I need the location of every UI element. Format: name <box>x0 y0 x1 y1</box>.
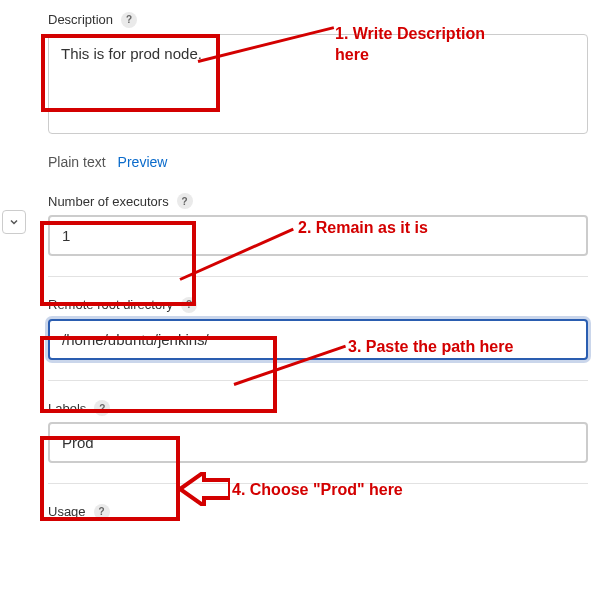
executors-value: 1 <box>62 227 70 244</box>
tab-plain-text[interactable]: Plain text <box>48 154 106 170</box>
description-value: This is for prod node. <box>61 45 575 62</box>
labels-input[interactable]: Prod <box>48 422 588 463</box>
remote-root-field: Remote root directory ? /home/ubuntu/jen… <box>48 295 602 360</box>
description-field: Description ? This is for prod node. <box>48 10 602 134</box>
divider <box>48 276 588 277</box>
usage-label-row: Usage ? <box>48 504 110 520</box>
divider <box>48 380 588 381</box>
executors-label-row: Number of executors ? <box>48 193 193 209</box>
executors-input[interactable]: 1 <box>48 215 588 256</box>
form-content: Description ? This is for prod node. Pla… <box>0 0 602 526</box>
description-label-row: Description ? <box>48 12 137 28</box>
help-icon[interactable]: ? <box>181 297 197 313</box>
tab-preview[interactable]: Preview <box>118 154 168 170</box>
remote-root-value: /home/ubuntu/jenkins/ <box>62 331 209 348</box>
help-icon[interactable]: ? <box>121 12 137 28</box>
description-label: Description <box>48 12 113 27</box>
remote-root-input[interactable]: /home/ubuntu/jenkins/ <box>48 319 588 360</box>
help-icon[interactable]: ? <box>94 504 110 520</box>
labels-label-row: Labels ? <box>48 400 110 416</box>
usage-field: Usage ? <box>48 502 602 526</box>
remote-root-label-row: Remote root directory ? <box>48 297 197 313</box>
divider <box>48 483 588 484</box>
description-textarea[interactable]: This is for prod node. <box>48 34 588 134</box>
help-icon[interactable]: ? <box>94 400 110 416</box>
labels-value: Prod <box>62 434 94 451</box>
executors-label: Number of executors <box>48 194 169 209</box>
help-icon[interactable]: ? <box>177 193 193 209</box>
usage-label: Usage <box>48 504 86 519</box>
labels-field: Labels ? Prod <box>48 399 602 464</box>
remote-root-label: Remote root directory <box>48 297 173 312</box>
description-tabs: Plain text Preview <box>48 154 602 170</box>
executors-field: Number of executors ? 1 <box>48 192 602 257</box>
labels-label: Labels <box>48 401 86 416</box>
